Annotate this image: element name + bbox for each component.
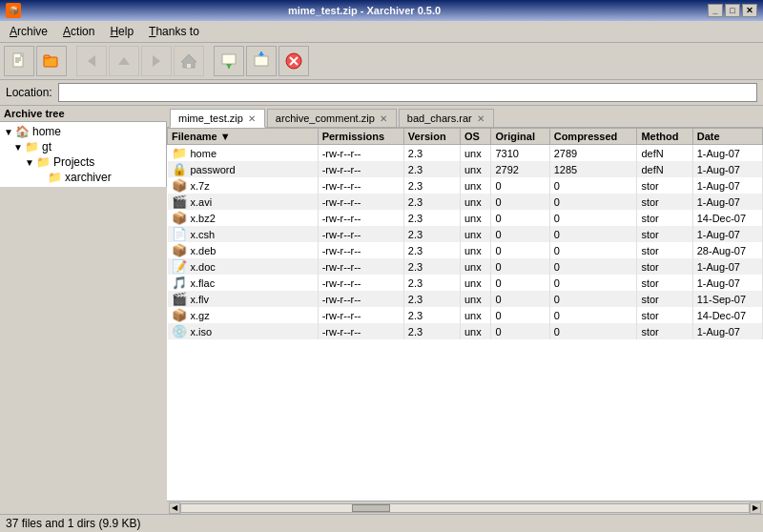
col-permissions[interactable]: Permissions (318, 129, 403, 145)
file-name: x.flv (191, 294, 210, 305)
projects-folder-icon: 📁 (36, 155, 51, 169)
table-row[interactable]: 📝x.doc -rw-r--r-- 2.3 unx 0 0 stor 1-Aug… (168, 258, 763, 275)
maximize-button[interactable]: □ (725, 4, 740, 17)
menu-archive[interactable]: Archive (4, 23, 53, 40)
table-row[interactable]: 📄x.csh -rw-r--r-- 2.3 unx 0 0 stor 1-Aug… (168, 226, 763, 242)
file-original: 0 (491, 323, 549, 339)
file-method: defN (637, 161, 692, 177)
scroll-track[interactable] (180, 503, 750, 513)
file-permissions: -rw-r--r-- (318, 291, 403, 307)
file-original: 0 (491, 177, 549, 194)
file-os: unx (460, 226, 490, 242)
titlebar-title: mime_test.zip - Xarchiver 0.5.0 (21, 5, 708, 16)
file-original: 7310 (491, 145, 549, 162)
col-method[interactable]: Method (637, 129, 692, 145)
table-row[interactable]: 💿x.iso -rw-r--r-- 2.3 unx 0 0 stor 1-Aug… (168, 323, 763, 339)
file-date: 28-Aug-07 (692, 242, 762, 258)
tree-item-gt[interactable]: ▼ 📁 gt (2, 139, 164, 154)
statusbar: 37 files and 1 dirs (9.9 KB) (0, 514, 763, 532)
up-button[interactable] (109, 46, 139, 76)
home-button[interactable] (174, 46, 204, 76)
col-os[interactable]: OS (460, 129, 490, 145)
file-permissions: -rw-r--r-- (318, 275, 403, 291)
table-row[interactable]: 🔒password -rw-r--r-- 2.3 unx 2792 1285 d… (168, 161, 763, 177)
scroll-left-arrow[interactable]: ◀ (169, 502, 180, 514)
archive-icon: 📦 (172, 308, 187, 322)
menu-thanks[interactable]: Thanks to (143, 23, 205, 40)
package-icon: 📦 (172, 243, 187, 257)
tab-mime-test[interactable]: mime_test.zip ✕ (170, 109, 265, 128)
file-permissions: -rw-r--r-- (318, 242, 403, 258)
svg-marker-7 (118, 57, 130, 65)
col-version[interactable]: Version (403, 129, 460, 145)
file-date: 14-Dec-07 (692, 210, 762, 226)
add-button[interactable] (246, 46, 277, 76)
tab-close-archive-comment[interactable]: ✕ (379, 113, 388, 124)
menu-action[interactable]: Action (57, 23, 100, 40)
forward-button[interactable] (141, 46, 172, 76)
file-method: stor (637, 291, 692, 307)
table-row[interactable]: 🎬x.flv -rw-r--r-- 2.3 unx 0 0 stor 11-Se… (168, 291, 763, 307)
file-name: home (191, 148, 217, 159)
tree-item-xarchiver[interactable]: 📁 xarchiver (2, 170, 164, 185)
back-button[interactable] (76, 46, 107, 76)
col-compressed[interactable]: Compressed (549, 129, 637, 145)
minimize-button[interactable]: _ (708, 4, 723, 17)
gt-folder-icon: 📁 (25, 140, 39, 153)
table-row[interactable]: 📦x.gz -rw-r--r-- 2.3 unx 0 0 stor 14-Dec… (168, 307, 763, 323)
file-compressed: 0 (549, 307, 637, 323)
file-version: 2.3 (403, 145, 460, 162)
file-date: 1-Aug-07 (692, 161, 762, 177)
file-os: unx (460, 242, 490, 258)
col-original[interactable]: Original (491, 129, 549, 145)
table-row[interactable]: 📦x.7z -rw-r--r-- 2.3 unx 0 0 stor 1-Aug-… (168, 177, 763, 194)
menu-help[interactable]: Help (104, 23, 139, 40)
table-row[interactable]: 📦x.bz2 -rw-r--r-- 2.3 unx 0 0 stor 14-De… (168, 210, 763, 226)
file-name: password (191, 164, 236, 175)
titlebar-icon: 📦 (6, 3, 21, 18)
file-version: 2.3 (403, 210, 460, 226)
file-name: x.avi (191, 196, 213, 208)
table-row[interactable]: 📦x.deb -rw-r--r-- 2.3 unx 0 0 stor 28-Au… (168, 242, 763, 258)
tab-bad-chars[interactable]: bad_chars.rar ✕ (399, 109, 494, 127)
file-os: unx (460, 210, 490, 226)
file-compressed: 0 (549, 194, 637, 210)
file-name: x.gz (191, 310, 210, 321)
col-date[interactable]: Date (692, 129, 762, 145)
tab-archive-comment[interactable]: archive_comment.zip ✕ (267, 109, 397, 127)
file-version: 2.3 (403, 323, 460, 339)
scroll-right-arrow[interactable]: ▶ (750, 502, 761, 514)
table-row[interactable]: 📁home -rw-r--r-- 2.3 unx 7310 2789 defN … (168, 145, 763, 162)
file-name: x.bz2 (191, 213, 216, 224)
file-os: unx (460, 145, 490, 162)
file-original: 0 (491, 275, 549, 291)
col-filename[interactable]: Filename ▼ (168, 129, 319, 145)
horizontal-scrollbar[interactable]: ◀ ▶ (167, 501, 763, 514)
new-button[interactable] (4, 46, 34, 76)
close-button[interactable]: ✕ (742, 4, 757, 17)
open-button[interactable] (36, 46, 67, 76)
table-row[interactable]: 🎵x.flac -rw-r--r-- 2.3 unx 0 0 stor 1-Au… (168, 275, 763, 291)
file-table-wrapper[interactable]: Filename ▼ Permissions Version OS Origin… (167, 128, 763, 501)
video-icon: 🎬 (172, 292, 187, 306)
tab-close-bad-chars[interactable]: ✕ (476, 113, 485, 124)
tree-item-projects[interactable]: ▼ 📁 Projects (2, 154, 164, 170)
script-icon: 📄 (172, 227, 187, 241)
svg-rect-5 (44, 55, 50, 58)
right-pane: mime_test.zip ✕ archive_comment.zip ✕ ba… (167, 106, 763, 514)
tabs-bar: mime_test.zip ✕ archive_comment.zip ✕ ba… (167, 106, 763, 128)
tree-item-home[interactable]: ▼ 🏠 home (2, 124, 164, 139)
file-original: 0 (491, 291, 549, 307)
disk-icon: 💿 (172, 324, 187, 338)
menubar: Archive Action Help Thanks to (0, 21, 763, 43)
location-input[interactable] (58, 83, 757, 102)
file-name: x.flac (191, 277, 216, 289)
file-os: unx (460, 291, 490, 307)
file-version: 2.3 (403, 275, 460, 291)
tree-label-home: home (32, 125, 61, 138)
scroll-thumb[interactable] (352, 504, 390, 512)
extract-button[interactable] (214, 46, 244, 76)
delete-button[interactable] (278, 46, 309, 76)
table-row[interactable]: 🎬x.avi -rw-r--r-- 2.3 unx 0 0 stor 1-Aug… (168, 194, 763, 210)
tab-close-mime-test[interactable]: ✕ (247, 113, 257, 124)
